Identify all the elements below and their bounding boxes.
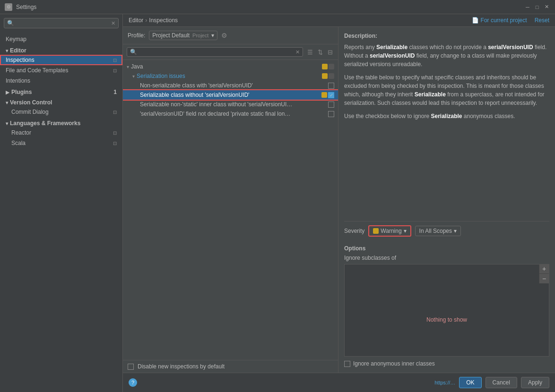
help-icon[interactable]: ? xyxy=(129,378,137,387)
sidebar-item-keymap[interactable]: Keymap xyxy=(0,34,122,44)
sidebar-list: Keymap ▾ Editor Inspections ⊡ File and C… xyxy=(0,32,122,392)
tree-item-nonstatic-inner[interactable]: Serializable non-'static' inner class wi… xyxy=(123,100,338,109)
tree-item-label: Serializable non-'static' inner class wi… xyxy=(140,101,328,108)
sidebar-category-version-control[interactable]: ▾ Version Control xyxy=(0,96,122,107)
sidebar: 🔍 Inspe ✕ Keymap ▾ Editor Inspections ⊡ … xyxy=(0,14,123,392)
severity-select[interactable]: Warning ▾ xyxy=(368,225,411,237)
item-checkbox[interactable] xyxy=(328,83,334,89)
arrow-icon: ▾ xyxy=(6,100,8,105)
sidebar-category-plugins[interactable]: ▶ Plugins 1 xyxy=(0,86,122,96)
item-icons xyxy=(328,83,334,89)
item-icons: ✓ xyxy=(321,92,334,98)
ok-button[interactable]: OK xyxy=(459,377,481,388)
ignore-box: + − Nothing to show xyxy=(344,264,549,357)
severity-color-box xyxy=(322,64,328,69)
sidebar-item-label: Scala xyxy=(11,140,113,146)
disable-new-inspections-label: Disable new inspections by default xyxy=(138,363,225,370)
inspections-panel: Profile: Project Default Project ▾ ⚙ 🔍 U… xyxy=(123,27,555,373)
plugins-badge: 1 xyxy=(113,89,117,95)
sidebar-item-label: Inspections xyxy=(6,57,113,63)
sidebar-item-intentions[interactable]: Intentions xyxy=(0,76,122,86)
sidebar-item-inspections[interactable]: Inspections ⊡ xyxy=(0,55,122,65)
description-para-1: Reports any Serializable classes which d… xyxy=(344,43,549,68)
sidebar-search-box[interactable]: 🔍 Inspe ✕ xyxy=(4,18,119,28)
cancel-button[interactable]: Cancel xyxy=(486,377,517,388)
tree-arrow-icon: ▾ xyxy=(132,74,135,79)
nothing-to-show: Nothing to show xyxy=(345,283,549,357)
left-panel: Profile: Project Default Project ▾ ⚙ 🔍 U… xyxy=(123,27,338,373)
profile-tag: Project xyxy=(192,33,208,38)
bottom-bar: Disable new inspections by default xyxy=(123,360,338,373)
sidebar-item-label: Keymap xyxy=(6,36,117,43)
tree-subgroup-serialization[interactable]: ▾ Serialization issues xyxy=(123,71,338,81)
gear-icon[interactable]: ⚙ xyxy=(221,32,227,39)
for-current-project-link[interactable]: 📄 For current project xyxy=(472,17,527,24)
tree-group-java[interactable]: ▾ Java xyxy=(123,62,338,71)
file-icon: 📄 xyxy=(472,17,479,24)
dropdown-icon: ▾ xyxy=(211,32,214,39)
sidebar-item-label: File and Code Templates xyxy=(6,67,113,74)
enabled-box xyxy=(329,64,334,69)
ignore-box-buttons: + − xyxy=(539,264,549,283)
sidebar-item-commit-dialog[interactable]: Commit Dialog ⊡ xyxy=(0,107,122,117)
top-bar: Editor › Inspections 📄 For current proje… xyxy=(123,14,555,27)
tree-item-non-serializable[interactable]: Non-serializable class with 'serialVersi… xyxy=(123,81,338,90)
severity-color xyxy=(373,228,379,234)
sidebar-item-file-code-templates[interactable]: File and Code Templates ⊡ xyxy=(0,65,122,76)
remove-button[interactable]: − xyxy=(539,274,549,283)
sidebar-category-languages-frameworks[interactable]: ▾ Languages & Frameworks xyxy=(0,117,122,128)
profile-value: Project Default xyxy=(152,32,190,39)
description-title: Description: xyxy=(344,33,549,39)
profile-bar: Profile: Project Default Project ▾ ⚙ xyxy=(123,27,338,44)
title-bar: ⚙ Settings ─ □ ✕ xyxy=(0,0,555,14)
severity-dropdown-icon: ▾ xyxy=(404,228,407,234)
nothing-to-show-label: Nothing to show xyxy=(426,316,467,323)
tree-item-label: Non-serializable class with 'serialVersi… xyxy=(140,82,328,89)
filter-bar: 🔍 Uid ✕ ☰ ⇅ ⊟ xyxy=(123,44,338,60)
sidebar-item-label: Reactor xyxy=(11,129,113,136)
tree-subgroup-label: Serialization issues xyxy=(137,73,322,79)
options-title: Options xyxy=(344,245,549,252)
add-button[interactable]: + xyxy=(539,264,549,274)
tree-item-label: 'serialVersionUID' field not declared 'p… xyxy=(140,111,328,117)
sidebar-category-editor[interactable]: ▾ Editor xyxy=(0,44,122,55)
filter-icon[interactable]: ☰ xyxy=(306,48,314,57)
item-checkbox[interactable]: ✓ xyxy=(328,92,334,98)
scope-value: In All Scopes xyxy=(419,228,452,234)
tree-item-serializable-without[interactable]: Serializable class without 'serialVersio… xyxy=(123,90,338,100)
group-icons xyxy=(322,64,334,69)
profile-select[interactable]: Project Default Project ▾ xyxy=(149,31,217,40)
ignore-anonymous-checkbox[interactable] xyxy=(344,361,350,367)
sidebar-item-scala[interactable]: Scala ⊡ xyxy=(0,138,122,148)
clear-filter-icon[interactable]: ✕ xyxy=(295,49,300,55)
sort-icon[interactable]: ⇅ xyxy=(316,48,324,57)
clear-search-icon[interactable]: ✕ xyxy=(111,20,115,26)
close-button[interactable]: ✕ xyxy=(543,3,550,11)
filter-icons: ☰ ⇅ ⊟ xyxy=(306,48,334,57)
disable-new-inspections-checkbox[interactable] xyxy=(128,364,134,370)
tree-item-private-static[interactable]: 'serialVersionUID' field not declared 'p… xyxy=(123,109,338,119)
severity-label: Severity xyxy=(344,228,364,234)
sidebar-search-input[interactable]: Inspe xyxy=(16,20,111,26)
minimize-button[interactable]: ─ xyxy=(524,3,531,11)
apply-button[interactable]: Apply xyxy=(521,377,549,388)
filter-search-input[interactable]: Uid xyxy=(139,49,295,55)
copy-icon: ⊡ xyxy=(113,141,117,146)
filter-search-box[interactable]: 🔍 Uid ✕ xyxy=(127,47,303,57)
sidebar-item-reactor[interactable]: Reactor ⊡ xyxy=(0,128,122,138)
severity-color-box xyxy=(322,73,328,79)
ignore-subclasses-label: Ignore subclasses of xyxy=(344,255,549,261)
tree-arrow-icon: ▾ xyxy=(127,64,129,69)
maximize-button[interactable]: □ xyxy=(533,3,541,11)
scope-dropdown-icon: ▾ xyxy=(454,228,457,234)
breadcrumb-inspections: Inspections xyxy=(149,17,178,24)
sidebar-item-label: Commit Dialog xyxy=(11,109,113,115)
footer-right: https://… OK Cancel Apply xyxy=(434,377,549,388)
category-label: Editor xyxy=(10,47,26,54)
ignore-anonymous-label: Ignore anonymous inner classes xyxy=(353,360,435,367)
expand-icon[interactable]: ⊟ xyxy=(326,48,334,57)
item-checkbox[interactable] xyxy=(328,111,334,117)
item-checkbox[interactable] xyxy=(328,102,334,108)
scope-select[interactable]: In All Scopes ▾ xyxy=(415,226,461,236)
reset-button[interactable]: Reset xyxy=(535,17,549,24)
